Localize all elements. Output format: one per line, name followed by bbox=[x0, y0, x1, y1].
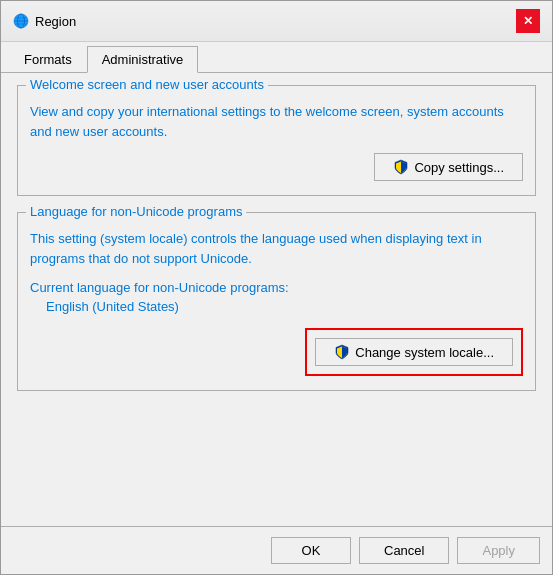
change-system-locale-label: Change system locale... bbox=[355, 345, 494, 360]
change-locale-row: Change system locale... bbox=[30, 328, 523, 376]
globe-icon bbox=[13, 13, 29, 29]
shield-icon-copy bbox=[393, 159, 409, 175]
tab-formats[interactable]: Formats bbox=[9, 46, 87, 73]
change-system-locale-button[interactable]: Change system locale... bbox=[315, 338, 513, 366]
welcome-description: View and copy your international setting… bbox=[30, 102, 523, 141]
welcome-section-title: Welcome screen and new user accounts bbox=[26, 77, 268, 92]
language-section-body: This setting (system locale) controls th… bbox=[30, 229, 523, 376]
main-content: Welcome screen and new user accounts Vie… bbox=[1, 73, 552, 526]
ok-button[interactable]: OK bbox=[271, 537, 351, 564]
window-title: Region bbox=[35, 14, 76, 29]
apply-button[interactable]: Apply bbox=[457, 537, 540, 564]
language-description: This setting (system locale) controls th… bbox=[30, 229, 523, 268]
copy-settings-row: Copy settings... bbox=[30, 153, 523, 181]
welcome-section-body: View and copy your international setting… bbox=[30, 102, 523, 181]
copy-settings-label: Copy settings... bbox=[414, 160, 504, 175]
welcome-section: Welcome screen and new user accounts Vie… bbox=[17, 85, 536, 196]
language-section-title: Language for non-Unicode programs bbox=[26, 204, 246, 219]
cancel-button[interactable]: Cancel bbox=[359, 537, 449, 564]
copy-settings-button[interactable]: Copy settings... bbox=[374, 153, 523, 181]
current-language-label: Current language for non-Unicode program… bbox=[30, 280, 523, 295]
dialog-footer: OK Cancel Apply bbox=[1, 526, 552, 574]
title-bar-left: Region bbox=[13, 13, 76, 29]
highlighted-button-area: Change system locale... bbox=[305, 328, 523, 376]
tab-bar: Formats Administrative bbox=[1, 42, 552, 73]
tab-administrative[interactable]: Administrative bbox=[87, 46, 199, 73]
region-dialog: Region ✕ Formats Administrative Welcome … bbox=[0, 0, 553, 575]
shield-icon-change bbox=[334, 344, 350, 360]
title-bar: Region ✕ bbox=[1, 1, 552, 42]
language-section: Language for non-Unicode programs This s… bbox=[17, 212, 536, 391]
current-language-value: English (United States) bbox=[46, 299, 523, 314]
close-button[interactable]: ✕ bbox=[516, 9, 540, 33]
